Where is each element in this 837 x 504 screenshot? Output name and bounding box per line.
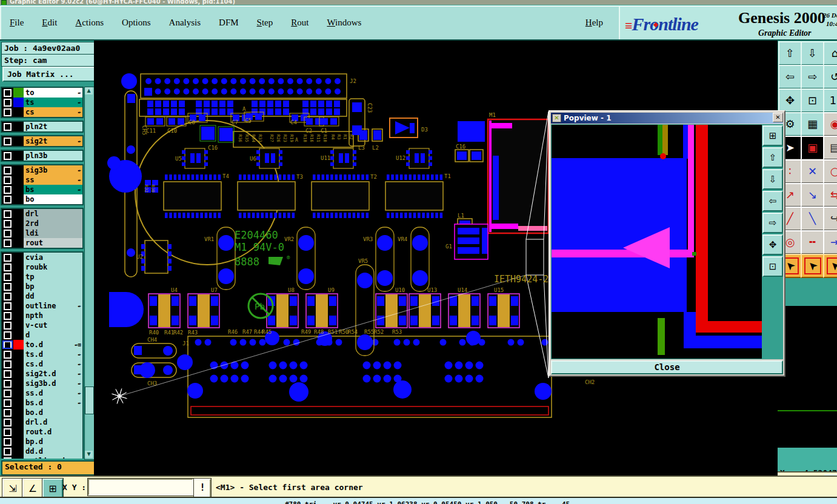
layer-checkbox-pln2t[interactable] (2, 122, 13, 131)
menu-help[interactable]: Help (585, 18, 603, 28)
layer-checkbox-d[interactable] (2, 330, 13, 340)
navigator-pane[interactable]: ✕ (778, 306, 837, 448)
layer-checkbox-sig3b[interactable] (2, 165, 13, 175)
pan-left-button[interactable]: ⇦ (778, 65, 802, 89)
layer-row-ldi[interactable]: ldi (2, 228, 82, 238)
layer-checkbox-bp.d[interactable] (2, 437, 13, 446)
netlist-button[interactable]: ◉ (823, 112, 837, 136)
screen-corner-arrow-button[interactable]: ⇲ (2, 479, 23, 498)
layer-checkbox-bo[interactable] (2, 194, 13, 204)
layer-checkbox-v-cut[interactable] (2, 320, 13, 330)
pan-right-button[interactable]: ⇨ (801, 65, 824, 89)
layer-row-bs[interactable]: bs✒ (2, 185, 82, 194)
popview-close-button[interactable]: Close (551, 360, 783, 374)
menu-windows[interactable]: Windows (327, 18, 361, 28)
measure-step-button[interactable]: ⇥ (823, 230, 837, 254)
layer-checkbox-rout[interactable] (2, 238, 13, 248)
measure-angle-button[interactable]: ∠ (22, 479, 43, 498)
layer-row-ss.d[interactable]: ss.d✒ (2, 388, 82, 398)
layer-row-bp.d[interactable]: bp.d (2, 437, 82, 446)
scroll-down-icon[interactable]: ▼ (85, 451, 93, 458)
layer-row-rout.d[interactable]: rout.d (2, 427, 82, 437)
layer-checkbox-dd[interactable] (2, 291, 13, 301)
delete-object-button[interactable]: ✕ (801, 159, 824, 184)
measure-se-button[interactable]: ↘ (801, 183, 824, 207)
layer-checkbox-npth[interactable] (2, 311, 13, 320)
layer-checkbox-cs[interactable] (2, 107, 13, 117)
layer-row-bp[interactable]: bp (2, 282, 82, 291)
layer-row-cs.d[interactable]: cs.d✒ (2, 359, 82, 369)
layer-row-to.d[interactable]: to.d✒⊞ (2, 340, 82, 350)
tile-grid-button[interactable]: ⊞ (42, 479, 63, 498)
layer-row-ss[interactable]: ss✒ (2, 175, 82, 185)
layer-row-cvia[interactable]: cvia (2, 253, 82, 262)
layer-row-sig3b[interactable]: sig3b✒ (2, 165, 82, 175)
measure-dash-button[interactable]: ╍ (801, 230, 824, 254)
layer-row-outline[interactable]: outline✒ (2, 301, 82, 311)
measure-pair-button[interactable]: ⇆ (823, 183, 837, 207)
scroll-up-icon[interactable]: ▲ (85, 87, 93, 94)
layer-row-rout[interactable]: rout (2, 238, 82, 248)
layer-checkbox-2rd[interactable] (2, 219, 13, 228)
zoom-center-button[interactable]: ⊡ (801, 88, 824, 113)
layer-checkbox-ldi[interactable] (2, 228, 13, 238)
layer-checkbox-ts[interactable] (2, 98, 13, 107)
layer-row-v-cut[interactable]: v-cut (2, 320, 82, 330)
alert-button[interactable]: ! (194, 479, 211, 498)
scrollbar-thumb[interactable] (85, 386, 94, 414)
layer-row-outline.d[interactable]: outline.d✒ (2, 456, 82, 459)
menu-analysis[interactable]: Analysis (169, 18, 201, 28)
layer-checkbox-drl.d[interactable] (2, 417, 13, 427)
zoom-fit-button[interactable]: ✥ (778, 88, 802, 113)
menu-rout[interactable]: Rout (291, 18, 308, 28)
pan-up-button[interactable]: ⇧ (778, 41, 802, 65)
popview-titlebar[interactable]: ✕ Popview - 1 (551, 113, 783, 124)
layer-checkbox-drl[interactable] (2, 209, 13, 219)
layer-checkbox-outline[interactable] (2, 301, 13, 311)
layer-checkbox-to.d[interactable] (2, 340, 13, 350)
zoom-1-1-button[interactable]: 1: (823, 88, 837, 113)
menu-step[interactable]: Step (257, 18, 273, 28)
layer-row-bs.d[interactable]: bs.d✒ (2, 398, 82, 408)
select-mode-3-button[interactable]: ➤ (823, 254, 837, 278)
layer-checkbox-outline.d[interactable] (2, 456, 13, 459)
layer-row-bo.d[interactable]: bo.d (2, 408, 82, 417)
layer-checkbox-cs.d[interactable] (2, 359, 13, 369)
layer-checkbox-bs[interactable] (2, 185, 13, 194)
layer-row-dd[interactable]: dd (2, 291, 82, 301)
layer-checkbox-bo.d[interactable] (2, 408, 13, 417)
layer-row-sig2t[interactable]: sig2t✒ (2, 136, 82, 146)
zoom-center-button[interactable]: ⊡ (762, 256, 783, 277)
layer-checkbox-roubk[interactable] (2, 262, 13, 272)
circle-tool-button[interactable]: ○ (823, 159, 837, 184)
pan-down-button[interactable]: ⇩ (762, 169, 783, 190)
layer-checkbox-sig3b.d[interactable] (2, 379, 13, 388)
layer-row-sig2t.d[interactable]: sig2t.d✒ (2, 369, 82, 379)
layer-row-2rd[interactable]: 2rd (2, 219, 82, 228)
layer-checkbox-rout.d[interactable] (2, 427, 13, 437)
rotate-left-button[interactable]: ↺ (823, 65, 837, 89)
zoom-area-button[interactable]: ▣ (801, 136, 824, 160)
layer-row-d[interactable]: d (2, 330, 82, 340)
menu-actions[interactable]: Actions (75, 18, 104, 28)
layer-row-drl.d[interactable]: drl.d (2, 417, 82, 427)
job-matrix-button[interactable]: Job Matrix ... (2, 67, 96, 82)
layer-checkbox-ss[interactable] (2, 175, 13, 185)
pan-up-button[interactable]: ⇧ (762, 147, 783, 168)
pan-right-button[interactable]: ⇨ (762, 213, 783, 233)
arc-arrows-button[interactable]: ↪ (823, 207, 837, 231)
layer-checkbox-tp[interactable] (2, 272, 13, 282)
layer-row-bo[interactable]: bo (2, 194, 82, 204)
layer-row-ts.d[interactable]: ts.d✒ (2, 350, 82, 359)
popview-close-icon[interactable]: ✕ (773, 113, 783, 122)
pan-left-button[interactable]: ⇦ (762, 191, 783, 211)
layer-checkbox-bp[interactable] (2, 282, 13, 291)
zoom-fit-button[interactable]: ✥ (762, 234, 783, 255)
window-titlebar[interactable]: Graphic Editor 9.02c2 (60@HY-HYCA-FFC040… (0, 0, 837, 5)
layer-row-sig3b.d[interactable]: sig3b.d✒ (2, 379, 82, 388)
layer-row-drl[interactable]: drl (2, 209, 82, 219)
layer-row-roubk[interactable]: roubk (2, 262, 82, 272)
snap-grid-button[interactable]: ▦ (801, 112, 824, 136)
layer-checkbox-sig2t[interactable] (2, 136, 13, 146)
layer-checkbox-cvia[interactable] (2, 253, 13, 262)
